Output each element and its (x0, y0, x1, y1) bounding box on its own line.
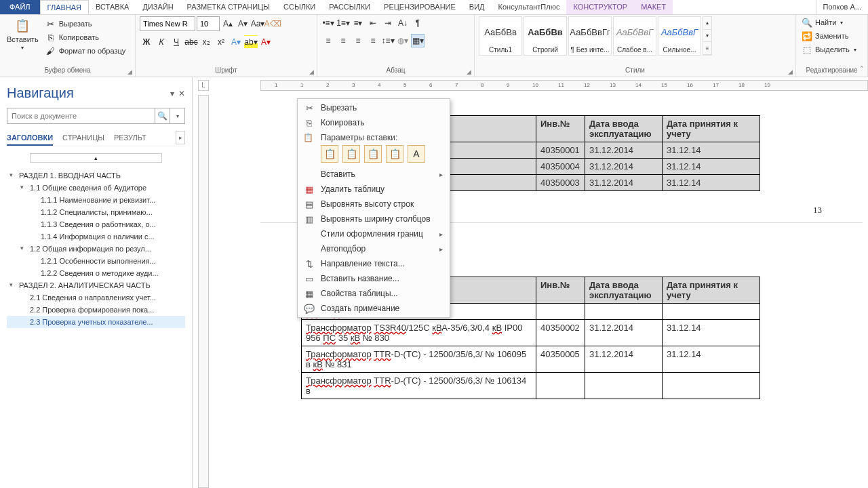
nav-tab-results[interactable]: РЕЗУЛЬТ (114, 131, 146, 146)
table-cell[interactable]: Трансформатор TTR-D-(TC) - 12500/35/6,3/… (302, 373, 536, 399)
styles-gallery[interactable]: АаБбВвСтиль1 АаБбВвСтрогий АаБбВвГг¶ Без… (479, 16, 712, 56)
style-intense-emph[interactable]: АаБбВвГСильное... (658, 16, 701, 56)
cm-distribute-cols[interactable]: ▥Выровнять ширину столбцов (298, 211, 450, 226)
italic-button[interactable]: К (155, 35, 168, 49)
tree-item[interactable]: 2.3 Проверка учетных показателе... (7, 316, 185, 328)
tree-item[interactable]: 1.2.2 Сведения о методике ауди... (7, 267, 185, 279)
table-cell[interactable] (585, 373, 663, 399)
table-cell[interactable]: 31.12.14 (663, 346, 760, 373)
tree-item[interactable]: 1.1.3 Сведения о работниках, о... (7, 218, 185, 230)
copy-button[interactable]: ⎘Копировать (44, 31, 127, 43)
table-cell[interactable] (663, 304, 760, 320)
nav-tabs-more[interactable]: ▸ (176, 131, 185, 144)
table-cell[interactable] (663, 373, 760, 399)
table-cell[interactable]: Трансформатор TTR-D-(TC) - 12500/35/6,3/… (302, 346, 536, 373)
table-cell[interactable]: 31.12.2014 (585, 159, 663, 175)
paste-button[interactable]: 📋 Вставить ▾ (4, 16, 41, 52)
table-cell[interactable] (536, 373, 585, 399)
table-cell[interactable]: 40350002 (536, 320, 585, 346)
align-center-button[interactable]: ≡ (336, 34, 350, 47)
grow-font-button[interactable]: A▴ (221, 17, 235, 30)
styles-scroll[interactable]: ▴▾≡ (703, 16, 712, 56)
cm-border-styles[interactable]: Стили оформления границ▸ (298, 226, 450, 241)
table-cell[interactable]: 40350005 (536, 346, 585, 373)
table-cell[interactable] (536, 304, 585, 320)
nav-tab-pages[interactable]: СТРАНИЦЫ (62, 131, 104, 146)
table-cell[interactable]: 31.12.2014 (585, 142, 663, 159)
tab-review[interactable]: РЕЦЕНЗИРОВАНИЕ (377, 0, 462, 14)
user-menu[interactable]: Попков А... (816, 0, 868, 14)
table-cell[interactable]: 40350003 (536, 175, 585, 191)
ruler-corner[interactable]: L (198, 80, 209, 91)
find-button[interactable]: 🔍Найти▾ (800, 16, 844, 28)
tab-design[interactable]: ДИЗАЙН (136, 0, 180, 14)
style-subtle-emph[interactable]: АаБбВвГСлабое в... (613, 16, 656, 56)
tree-item[interactable]: 1.1.4 Информация о наличии с... (7, 230, 185, 243)
align-left-button[interactable]: ≡ (321, 34, 335, 47)
cm-insert-caption[interactable]: ▭Вставить название... (298, 271, 450, 286)
paste-nest-table[interactable]: 📋 (386, 145, 403, 163)
underline-button[interactable]: Ч (170, 35, 183, 49)
tree-item[interactable]: ▾РАЗДЕЛ 1. ВВОДНАЯ ЧАСТЬ (7, 169, 185, 182)
style-strong[interactable]: АаБбВвСтрогий (524, 16, 567, 56)
tree-item[interactable]: ▾РАЗДЕЛ 2. АНАЛИТИЧЕСКАЯ ЧАСТЬ (7, 279, 185, 291)
align-right-button[interactable]: ≡ (351, 34, 365, 47)
superscript-button[interactable]: x² (214, 35, 228, 49)
font-size-input[interactable] (197, 16, 220, 31)
cm-copy[interactable]: ⎘Копировать (298, 115, 450, 130)
nav-collapse-all[interactable]: ▴ (30, 153, 162, 163)
tab-table-layout[interactable]: МАКЕТ (634, 0, 673, 14)
table-cell[interactable]: Трансформатор TS3R40/125С кВА-35/6,3/0,4… (302, 320, 536, 346)
tree-item[interactable]: 1.1.2 Специалисты, принимаю... (7, 206, 185, 218)
paste-as-picture[interactable]: 📋 (364, 145, 382, 163)
paragraph-launcher[interactable]: ◢ (465, 67, 473, 75)
collapse-ribbon-button[interactable]: ˄ (860, 65, 864, 74)
nav-tab-headings[interactable]: ЗАГОЛОВКИ (7, 131, 53, 146)
clear-format-button[interactable]: A⌫ (266, 17, 279, 30)
strike-button[interactable]: abc (184, 35, 198, 49)
search-dropdown[interactable]: ▾ (170, 108, 184, 123)
styles-launcher[interactable]: ◢ (786, 67, 794, 75)
format-painter-button[interactable]: 🖌Формат по образцу (44, 45, 127, 57)
borders-button[interactable]: ▦▾ (411, 34, 425, 47)
tree-item[interactable]: ▾1.2 Общая информация по резул... (7, 243, 185, 255)
justify-button[interactable]: ≡ (366, 34, 380, 47)
table-cell[interactable]: 31.12.2014 (585, 320, 663, 346)
subscript-button[interactable]: x₂ (199, 35, 213, 49)
nav-dropdown[interactable]: ▾ (170, 89, 174, 98)
table-cell[interactable]: 40350001 (536, 142, 585, 159)
tree-item[interactable]: 2.1 Сведения о направлениях учет... (7, 291, 185, 304)
table-cell[interactable]: 31.12.2014 (585, 346, 663, 373)
line-spacing-button[interactable]: ↕≡▾ (381, 34, 395, 47)
table-cell[interactable]: 31.12.14 (663, 142, 760, 159)
tree-item[interactable]: ▾1.1 Общие сведения об Аудиторе (7, 182, 185, 194)
cut-button[interactable]: ✂Вырезать (44, 18, 127, 30)
style-no-spacing[interactable]: АаБбВвГг¶ Без инте... (568, 16, 612, 56)
shading-button[interactable]: ◍▾ (396, 34, 410, 47)
table-cell[interactable]: 31.12.14 (663, 320, 760, 346)
paste-keep-formatting[interactable]: 📋 (321, 145, 338, 163)
tab-mailings[interactable]: РАССЫЛКИ (322, 0, 377, 14)
table-cell[interactable] (585, 304, 663, 320)
shrink-font-button[interactable]: A▾ (236, 17, 250, 30)
tree-item[interactable]: 1.1.1 Наименование и реквизит... (7, 194, 185, 206)
multilevel-button[interactable]: ≡▾ (351, 16, 365, 30)
font-color-button[interactable]: A▾ (259, 35, 273, 49)
tree-item[interactable]: 1.2.1 Особенности выполнения... (7, 255, 185, 267)
select-button[interactable]: ⬚Выделить▾ (800, 43, 858, 56)
cm-text-direction[interactable]: ⇅Направление текста... (298, 256, 450, 271)
style-1[interactable]: АаБбВвСтиль1 (479, 16, 522, 56)
cm-autofit[interactable]: Автоподбор▸ (298, 241, 450, 256)
replace-button[interactable]: 🔁Заменить (800, 30, 850, 42)
font-launcher[interactable]: ◢ (307, 67, 315, 75)
table-cell[interactable]: 40350004 (536, 159, 585, 175)
cm-new-comment[interactable]: 💬Создать примечание (298, 301, 450, 316)
vertical-ruler[interactable] (198, 95, 209, 488)
tab-consultant[interactable]: КонсультантПлюс (492, 0, 567, 14)
tab-view[interactable]: ВИД (462, 0, 492, 14)
search-icon[interactable]: 🔍 (155, 108, 170, 123)
numbering-button[interactable]: 1≡▾ (336, 16, 350, 30)
nav-close-button[interactable]: ✕ (178, 89, 185, 98)
tree-item[interactable]: 2.2 Проверка формирования пока... (7, 304, 185, 316)
cm-cut[interactable]: ✂Вырезать (298, 100, 450, 115)
